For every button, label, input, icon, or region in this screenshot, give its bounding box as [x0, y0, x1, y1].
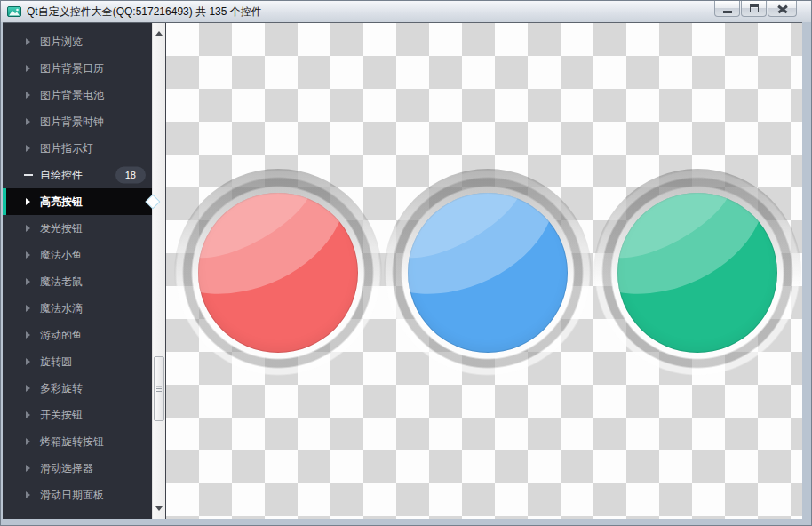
button-glass [408, 193, 568, 353]
chevron-right-icon [26, 92, 30, 99]
sidebar-item-label: 高亮按钮 [40, 195, 83, 210]
chevron-right-icon [26, 65, 30, 72]
sidebar-item-label: 魔法小鱼 [40, 248, 83, 263]
sidebar-item-发光按钮[interactable]: 发光按钮 [3, 215, 152, 242]
sidebar-item-label: 滑动选择器 [40, 461, 93, 476]
chevron-right-icon [26, 251, 30, 259]
count-badge: 18 [115, 167, 146, 184]
minimize-icon [723, 11, 732, 13]
sidebar-item-滑动日期面板[interactable]: 滑动日期面板 [3, 482, 152, 508]
chevron-right-icon [26, 118, 30, 125]
sidebar-item-label: 开关按钮 [40, 408, 83, 423]
chevron-right-icon [26, 305, 30, 312]
close-button[interactable] [768, 1, 797, 17]
sidebar-item-魔法水滴[interactable]: 魔法水滴 [3, 295, 152, 322]
sidebar-item-label: 图片背景电池 [40, 88, 104, 103]
sidebar-item-图片指示灯[interactable]: 图片指示灯 [3, 135, 152, 162]
sidebar-item-旋转圆[interactable]: 旋转圆 [3, 348, 152, 375]
sidebar-item-图片背景日历[interactable]: 图片背景日历 [3, 55, 152, 82]
scroll-up-arrow-icon[interactable] [155, 31, 163, 36]
button-glass [617, 193, 777, 353]
maximize-button[interactable] [741, 1, 767, 17]
scrollbar-thumb[interactable] [154, 356, 164, 421]
chevron-right-icon [26, 438, 30, 445]
sidebar: 图片浏览图片背景日历图片背景电池图片背景时钟图片指示灯自绘控件18高亮按钮发光按… [3, 23, 152, 519]
sidebar-item-游动的鱼[interactable]: 游动的鱼 [3, 322, 152, 348]
button-glass [198, 193, 358, 353]
sidebar-item-烤箱旋转按钮[interactable]: 烤箱旋转按钮 [3, 428, 152, 455]
window-title: Qt自定义控件大全(QQ:517216493) 共 135 个控件 [27, 4, 262, 20]
chevron-right-icon [26, 331, 30, 339]
red-light-button[interactable] [174, 169, 382, 377]
sidebar-item-label: 魔法水滴 [40, 301, 83, 316]
sidebar-item-魔法小鱼[interactable]: 魔法小鱼 [3, 242, 152, 268]
preview-canvas [165, 23, 802, 519]
close-icon [777, 4, 788, 13]
green-light-button[interactable] [593, 169, 801, 377]
sidebar-item-label: 图片指示灯 [40, 141, 93, 156]
chevron-right-icon [26, 411, 30, 418]
sidebar-item-label: 发光按钮 [40, 221, 83, 236]
sidebar-item-多彩旋转[interactable]: 多彩旋转 [3, 375, 152, 402]
chevron-right-icon [26, 145, 30, 152]
sidebar-item-自绘控件[interactable]: 自绘控件18 [3, 162, 152, 188]
sidebar-item-滑动选择器[interactable]: 滑动选择器 [3, 455, 152, 482]
title-bar[interactable]: Qt自定义控件大全(QQ:517216493) 共 135 个控件 [1, 1, 811, 22]
blue-light-button[interactable] [384, 169, 592, 377]
chevron-right-icon [26, 198, 30, 205]
chevron-right-icon [26, 358, 30, 365]
sidebar-item-label: 魔法老鼠 [40, 275, 83, 290]
scroll-down-arrow-icon[interactable] [155, 506, 163, 511]
sidebar-item-label: 图片背景时钟 [40, 115, 104, 130]
sidebar-item-图片背景电池[interactable]: 图片背景电池 [3, 82, 152, 108]
chevron-right-icon [26, 278, 30, 285]
maximize-icon [750, 4, 759, 12]
sidebar-item-label: 自绘控件 [40, 168, 83, 183]
sidebar-item-开关按钮[interactable]: 开关按钮 [3, 402, 152, 428]
sidebar-item-图片背景时钟[interactable]: 图片背景时钟 [3, 108, 152, 135]
app-window: Qt自定义控件大全(QQ:517216493) 共 135 个控件 图片浏览图片… [0, 0, 812, 526]
sidebar-scrollbar[interactable] [152, 23, 165, 519]
sidebar-item-label: 烤箱旋转按钮 [40, 434, 104, 450]
sidebar-item-图片浏览[interactable]: 图片浏览 [3, 28, 152, 55]
window-controls [714, 1, 797, 17]
chevron-right-icon [26, 385, 30, 392]
app-icon [7, 4, 21, 19]
chevron-right-icon [26, 225, 30, 232]
chevron-right-icon [26, 38, 30, 45]
chevron-right-icon [26, 491, 30, 498]
sidebar-item-label: 游动的鱼 [40, 328, 83, 343]
client-area: 图片浏览图片背景日历图片背景电池图片背景时钟图片指示灯自绘控件18高亮按钮发光按… [3, 22, 802, 519]
minimize-button[interactable] [714, 1, 740, 17]
sidebar-item-label: 多彩旋转 [40, 381, 83, 396]
sidebar-item-label: 滑动日期面板 [40, 488, 104, 503]
sidebar-item-高亮按钮[interactable]: 高亮按钮 [3, 188, 152, 215]
sidebar-item-label: 图片背景日历 [40, 61, 104, 76]
sidebar-item-魔法老鼠[interactable]: 魔法老鼠 [3, 268, 152, 295]
sidebar-item-label: 图片浏览 [40, 35, 83, 50]
minus-icon [24, 174, 33, 176]
sidebar-item-label: 旋转圆 [40, 355, 72, 370]
chevron-right-icon [26, 465, 30, 472]
